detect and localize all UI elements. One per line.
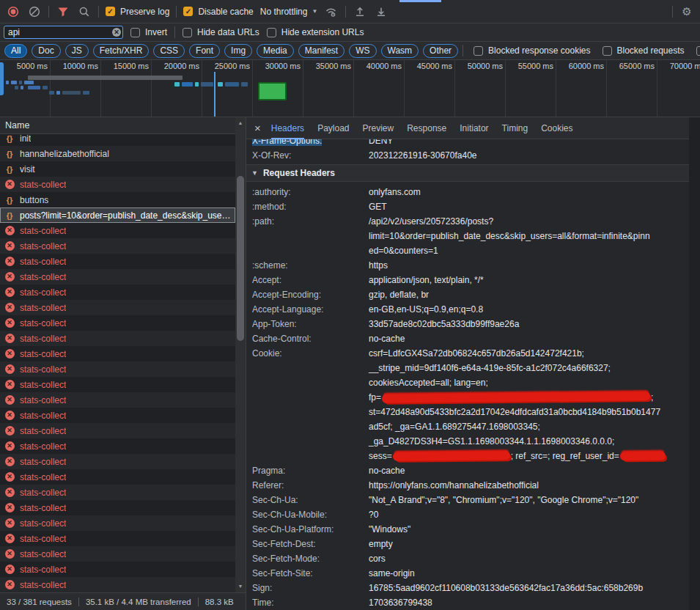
table-row[interactable]: ✕stats-collect xyxy=(0,361,235,377)
request-headers-section-header[interactable]: ▼Request Headers xyxy=(246,164,689,182)
tab-payload[interactable]: Payload xyxy=(317,117,349,139)
disable-cache-checkbox[interactable]: ✓ Disable cache xyxy=(183,7,253,17)
header-value[interactable]: 1703636799438 xyxy=(369,595,689,610)
table-row[interactable]: ✕stats-collect xyxy=(0,408,235,423)
table-row-selected[interactable]: {}posts?limit=10&order=publish_date_desc… xyxy=(0,207,235,223)
filter-chip-all[interactable]: All xyxy=(4,44,27,58)
header-value[interactable]: "Windows" xyxy=(369,522,689,537)
header-value[interactable]: no-cache xyxy=(369,331,689,346)
name-column-header[interactable]: Name xyxy=(0,117,246,134)
table-row[interactable]: ✕stats-collect xyxy=(0,392,235,408)
table-row[interactable]: ✕stats-collect xyxy=(0,269,235,284)
import-har-button[interactable] xyxy=(353,4,367,19)
search-button[interactable] xyxy=(77,4,92,19)
timeline-overview[interactable]: 5000 ms10000 ms15000 ms20000 ms25000 ms3… xyxy=(0,60,700,117)
table-row[interactable]: ✕stats-collect xyxy=(0,546,235,562)
scrollbar-thumb[interactable] xyxy=(237,176,244,341)
requests-scrollbar[interactable]: ▲ ▼ xyxy=(235,117,246,592)
table-row[interactable]: ✕stats-collect xyxy=(0,423,235,438)
filter-chip-fetch-xhr[interactable]: Fetch/XHR xyxy=(93,44,150,58)
table-row[interactable]: {}hannahelizabethofficial xyxy=(0,146,235,161)
hide-data-urls-checkbox[interactable]: Hide data URLs xyxy=(183,27,259,37)
header-value[interactable]: csrf=LdfcGX4Sa72db06824c657db26a5d142472… xyxy=(369,346,689,463)
table-row[interactable]: ✕stats-collect xyxy=(0,223,235,238)
scroll-up-icon[interactable]: ▲ xyxy=(235,120,246,127)
tab-preview[interactable]: Preview xyxy=(363,117,394,139)
tab-response[interactable]: Response xyxy=(407,117,446,139)
header-value[interactable]: no-cache xyxy=(369,463,689,478)
table-row[interactable]: ✕stats-collect xyxy=(0,577,235,592)
filter-chip-doc[interactable]: Doc xyxy=(32,44,60,58)
header-value[interactable]: empty xyxy=(369,537,689,551)
table-row[interactable]: ✕stats-collect xyxy=(0,284,235,300)
table-row[interactable]: ✕stats-collect xyxy=(0,469,235,485)
table-row[interactable]: ✕stats-collect xyxy=(0,377,235,392)
table-row[interactable]: ✕stats-collect xyxy=(0,315,235,331)
record-button[interactable] xyxy=(6,4,21,19)
table-row[interactable]: ✕stats-collect xyxy=(0,346,235,361)
invert-checkbox[interactable]: Invert xyxy=(130,27,167,37)
header-value[interactable]: 33d57ade8c02dbc5a333db99ff9ae26a xyxy=(369,317,689,331)
header-value[interactable]: onlyfans.com xyxy=(369,185,689,199)
header-value[interactable]: /api2/v2/users/20572336/posts?limit=10&o… xyxy=(369,214,689,258)
header-value[interactable]: https xyxy=(369,258,689,273)
table-row[interactable]: ✕stats-collect xyxy=(0,562,235,577)
blocked-response-cookies-checkbox[interactable]: Blocked response cookies xyxy=(474,45,590,56)
timeline-drag-handle[interactable] xyxy=(0,62,4,95)
table-row[interactable]: ✕stats-collect xyxy=(0,531,235,546)
header-value[interactable]: cors xyxy=(369,551,689,566)
table-row[interactable]: ✕stats-collect xyxy=(0,500,235,515)
table-row[interactable]: {}init xyxy=(0,134,235,146)
header-value[interactable]: https://onlyfans.com/hannahelizabethoffi… xyxy=(369,478,689,493)
filter-chip-media[interactable]: Media xyxy=(257,44,294,58)
clear-filter-icon[interactable]: ✕ xyxy=(112,28,121,37)
header-value[interactable]: 16785:5aad9602cf110608b03133de563642fac1… xyxy=(369,581,689,595)
filter-input[interactable] xyxy=(4,26,123,39)
filter-chip-img[interactable]: Img xyxy=(224,44,252,58)
header-value[interactable]: ?0 xyxy=(369,507,689,522)
filter-chip-js[interactable]: JS xyxy=(65,44,89,58)
header-value[interactable]: application/json, text/plain, */* xyxy=(369,273,689,287)
settings-button[interactable]: ⚙ xyxy=(679,4,694,19)
hide-extension-urls-checkbox[interactable]: Hide extension URLs xyxy=(267,27,364,37)
close-icon[interactable]: × xyxy=(254,122,261,133)
table-row[interactable]: ✕stats-collect xyxy=(0,485,235,500)
tab-initiator[interactable]: Initiator xyxy=(460,117,488,139)
preserve-log-checkbox[interactable]: ✓ Preserve log xyxy=(106,7,169,17)
header-value[interactable]: en-GB,en-US;q=0.9,en;q=0.8 xyxy=(369,302,689,317)
table-row[interactable]: ✕stats-collect xyxy=(0,254,235,269)
table-row[interactable]: ✕stats-collect xyxy=(0,177,235,192)
table-row[interactable]: ✕stats-collect xyxy=(0,300,235,315)
header-value[interactable]: GET xyxy=(369,199,689,214)
tab-headers[interactable]: Headers xyxy=(271,117,304,139)
network-conditions-button[interactable] xyxy=(324,4,339,19)
throttling-select[interactable]: No throttling ▼ xyxy=(260,7,318,17)
header-value[interactable]: 202312261916-30670fa40e xyxy=(369,148,689,163)
panel-split-divider[interactable] xyxy=(246,117,246,610)
header-value[interactable]: gzip, deflate, br xyxy=(369,287,689,302)
table-row[interactable]: ✕stats-collect xyxy=(0,438,235,454)
filter-chip-manifest[interactable]: Manifest xyxy=(298,44,345,58)
table-row[interactable]: ✕stats-collect xyxy=(0,454,235,469)
table-row[interactable]: ✕stats-collect xyxy=(0,238,235,254)
tab-timing[interactable]: Timing xyxy=(502,117,528,139)
table-row[interactable]: {}visit xyxy=(0,161,235,177)
export-har-button[interactable] xyxy=(374,4,388,19)
tab-cookies[interactable]: Cookies xyxy=(541,117,572,139)
blocked-requests-checkbox[interactable]: Blocked requests xyxy=(603,45,685,56)
clear-button[interactable] xyxy=(27,4,42,19)
3rd-party-requests-checkbox[interactable]: 3rd-party requests xyxy=(696,45,700,56)
filter-chip-other[interactable]: Other xyxy=(423,44,458,58)
filter-toggle-button[interactable] xyxy=(56,4,70,19)
header-value[interactable]: "Not_A Brand";v="8", "Chromium";v="120",… xyxy=(369,493,689,507)
filter-chip-ws[interactable]: WS xyxy=(349,44,376,58)
table-row[interactable]: ✕stats-collect xyxy=(0,331,235,346)
table-row[interactable]: {}buttons xyxy=(0,192,235,207)
header-value[interactable]: same-origin xyxy=(369,566,689,581)
scroll-down-icon[interactable]: ▼ xyxy=(235,583,246,590)
filter-chip-wasm[interactable]: Wasm xyxy=(381,44,419,58)
filter-chip-font[interactable]: Font xyxy=(189,44,220,58)
filter-chip-css[interactable]: CSS xyxy=(153,44,185,58)
header-value[interactable]: DENY xyxy=(369,139,689,148)
table-row[interactable]: ✕stats-collect xyxy=(0,515,235,531)
